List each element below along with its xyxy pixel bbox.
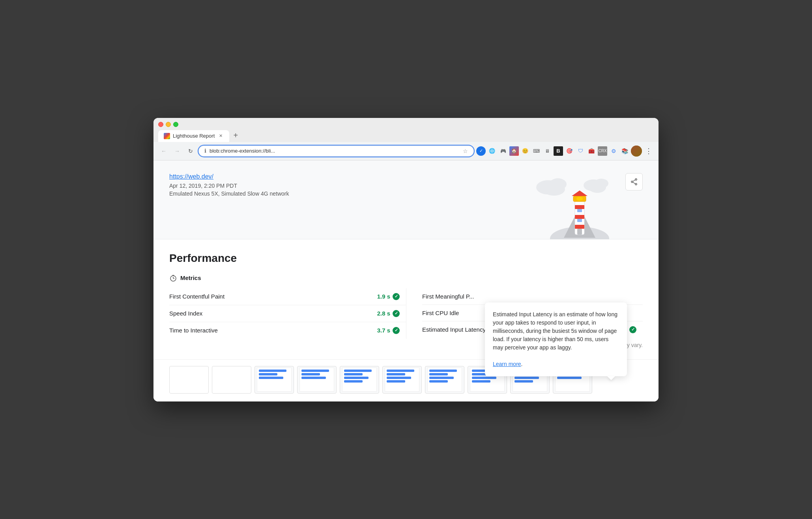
metric-value: 2.8 s ✓ bbox=[377, 310, 400, 317]
metric-pass-icon: ✓ bbox=[393, 293, 400, 300]
filmstrip-frame[interactable] bbox=[169, 366, 209, 394]
extension-keyboard[interactable]: ⌨ bbox=[531, 146, 541, 156]
svg-point-19 bbox=[576, 197, 583, 201]
metric-name: Speed Index bbox=[169, 310, 202, 317]
page-content: https://web.dev/ Apr 12, 2019, 2:20 PM P… bbox=[153, 161, 659, 401]
metric-row: Speed Index 2.8 s ✓ bbox=[169, 305, 406, 322]
tab-favicon bbox=[164, 133, 170, 139]
header-right-area bbox=[540, 172, 643, 190]
tabs-row: Lighthouse Report ✕ + bbox=[158, 130, 654, 142]
svg-point-7 bbox=[543, 183, 565, 196]
title-bar-top bbox=[158, 122, 654, 127]
metric-value: 1.9 s ✓ bbox=[377, 293, 400, 300]
metric-value-text: 1.9 s bbox=[377, 293, 390, 300]
metric-pass-icon: ✓ bbox=[393, 327, 400, 334]
metric-name: First Contentful Paint bbox=[169, 293, 225, 300]
browser-window: Lighthouse Report ✕ + ← → ↻ ℹ blob:chrom… bbox=[153, 118, 659, 401]
tooltip-popup: Estimated Input Latency is an estimate o… bbox=[485, 302, 627, 376]
svg-rect-16 bbox=[575, 225, 584, 229]
address-bar[interactable]: ℹ blob:chrome-extension://bli... ☆ bbox=[198, 146, 474, 157]
metrics-label: Metrics bbox=[180, 274, 201, 281]
svg-rect-14 bbox=[575, 205, 584, 209]
metric-row: Time to Interactive 3.7 s ✓ bbox=[169, 322, 406, 339]
report-date: Apr 12, 2019, 2:20 PM PDT bbox=[169, 183, 289, 189]
svg-point-0 bbox=[635, 179, 637, 180]
share-icon bbox=[631, 178, 638, 185]
metric-name: First CPU Idle bbox=[422, 310, 459, 316]
extension-crx[interactable]: CRX bbox=[598, 146, 607, 156]
reload-button[interactable]: ↻ bbox=[185, 146, 196, 157]
filmstrip-frame[interactable] bbox=[297, 366, 337, 394]
tooltip-period: . bbox=[521, 361, 523, 367]
metric-name: First Meaningful P... bbox=[422, 293, 474, 300]
minimize-button[interactable] bbox=[166, 122, 171, 127]
report-meta: https://web.dev/ Apr 12, 2019, 2:20 PM P… bbox=[169, 172, 289, 197]
svg-rect-22 bbox=[577, 219, 582, 222]
tab-title: Lighthouse Report bbox=[173, 133, 215, 139]
filmstrip-frame[interactable] bbox=[254, 366, 294, 394]
svg-rect-20 bbox=[577, 229, 582, 235]
extension-shield[interactable]: 🛡 bbox=[576, 146, 585, 156]
new-tab-button[interactable]: + bbox=[230, 130, 241, 141]
lighthouse-illustration bbox=[532, 175, 611, 246]
extension-book[interactable]: 📚 bbox=[620, 146, 629, 156]
active-tab[interactable]: Lighthouse Report ✕ bbox=[158, 130, 229, 142]
svg-point-1 bbox=[635, 183, 637, 185]
metric-value: 3.7 s ✓ bbox=[377, 327, 400, 334]
metric-name: Time to Interactive bbox=[169, 327, 218, 334]
extension-toolbox[interactable]: 🧰 bbox=[587, 146, 596, 156]
extension-settings[interactable]: ⚙ bbox=[609, 146, 618, 156]
profile-avatar[interactable] bbox=[631, 146, 642, 157]
estimated-input-latency-label: Estimated Input Latency bbox=[422, 326, 486, 333]
filmstrip-frame[interactable] bbox=[340, 366, 379, 394]
svg-point-10 bbox=[589, 182, 606, 193]
extension-target[interactable]: 🎯 bbox=[565, 146, 574, 156]
filmstrip-frame[interactable] bbox=[382, 366, 422, 394]
extensions-area: ✓ 🌐 🎮 🏠 😊 ⌨ 🖥 B 🎯 🛡 🧰 CRX ⚙ bbox=[476, 145, 654, 157]
svg-line-3 bbox=[633, 180, 635, 181]
extension-bold[interactable]: B bbox=[554, 146, 563, 156]
extension-globe[interactable]: 🌐 bbox=[487, 146, 497, 156]
address-info-icon: ℹ bbox=[204, 148, 206, 154]
metric-value-text: 2.8 s bbox=[377, 310, 390, 317]
back-button[interactable]: ← bbox=[158, 146, 169, 157]
left-metrics-column: First Contentful Paint 1.9 s ✓ Speed Ind… bbox=[169, 288, 406, 339]
maximize-button[interactable] bbox=[173, 122, 178, 127]
nav-bar: ← → ↻ ℹ blob:chrome-extension://bli... ☆… bbox=[153, 142, 659, 161]
tooltip-text: Estimated Input Latency is an estimate o… bbox=[493, 311, 617, 351]
metric-value-text: 3.7 s bbox=[377, 327, 390, 334]
forward-button[interactable]: → bbox=[172, 146, 183, 157]
extension-lighthouse[interactable]: 🏠 bbox=[509, 146, 519, 156]
tab-close-button[interactable]: ✕ bbox=[217, 133, 224, 139]
section-title: Performance bbox=[169, 252, 643, 265]
traffic-lights bbox=[158, 122, 178, 127]
metric-pass-icon: ✓ bbox=[629, 326, 636, 333]
metrics-header: Metrics bbox=[169, 274, 643, 282]
chrome-menu-button[interactable]: ⋮ bbox=[644, 145, 654, 157]
svg-rect-21 bbox=[577, 209, 582, 212]
filmstrip-frame[interactable] bbox=[425, 366, 464, 394]
metric-pass-icon: ✓ bbox=[393, 310, 400, 317]
tooltip-learn-more-link[interactable]: Learn more bbox=[493, 361, 521, 367]
svg-marker-18 bbox=[572, 190, 587, 196]
address-text: blob:chrome-extension://bli... bbox=[210, 148, 460, 154]
filmstrip-frame[interactable] bbox=[212, 366, 251, 394]
metric-row: First Contentful Paint 1.9 s ✓ bbox=[169, 288, 406, 305]
report-url[interactable]: https://web.dev/ bbox=[169, 173, 289, 180]
extension-smiley[interactable]: 😊 bbox=[520, 146, 530, 156]
share-button[interactable] bbox=[625, 173, 643, 190]
extension-green-check[interactable]: ✓ bbox=[476, 146, 486, 156]
report-header: https://web.dev/ Apr 12, 2019, 2:20 PM P… bbox=[153, 161, 659, 239]
svg-rect-15 bbox=[575, 215, 584, 219]
performance-section: Performance Metrics First Contentful Pai… bbox=[153, 239, 659, 359]
close-button[interactable] bbox=[158, 122, 163, 127]
svg-point-2 bbox=[631, 181, 633, 183]
metrics-timer-icon bbox=[169, 274, 177, 282]
svg-line-4 bbox=[633, 182, 635, 184]
extension-screen[interactable]: 🖥 bbox=[543, 146, 552, 156]
bookmark-icon[interactable]: ☆ bbox=[463, 148, 468, 154]
extension-gamepad[interactable]: 🎮 bbox=[498, 146, 508, 156]
title-bar: Lighthouse Report ✕ + bbox=[153, 118, 659, 142]
report-device: Emulated Nexus 5X, Simulated Slow 4G net… bbox=[169, 190, 289, 197]
